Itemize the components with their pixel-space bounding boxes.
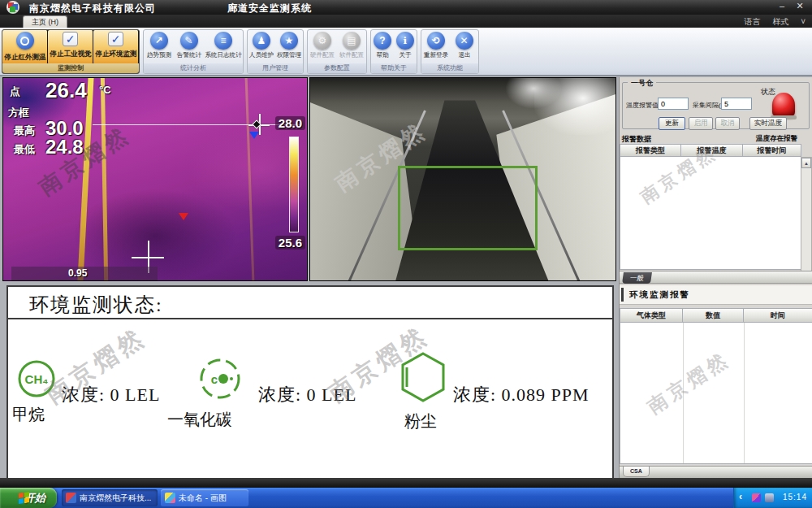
app-window: 南京熠然电子科技有限公司 廊道安全监测系统 – ✕ 主页 (H) 语言 样式 ˅… [0, 0, 812, 508]
minimize-button[interactable]: – [775, 1, 789, 13]
monitor-icon: ▤ [343, 32, 361, 50]
panel-tab-strip: 一般 [620, 271, 812, 284]
thermal-color-scale [289, 137, 299, 232]
alarm-table: 报警类型 报警温度 报警时间 [620, 144, 812, 270]
emissivity-value: 0.95 [68, 267, 87, 279]
start-button[interactable]: 开始 [0, 488, 57, 508]
tab-csa[interactable]: CSA [623, 467, 650, 477]
menu-language[interactable]: 语言 [745, 17, 761, 26]
stop-industrial-vision-button[interactable]: ✓ 停止工业视觉 [48, 30, 93, 64]
gas-table-header-type[interactable]: 气体类型 [620, 308, 683, 323]
min-label: 最低 [14, 142, 35, 157]
checkbox-checked-icon: ✓ [108, 32, 123, 46]
alarm-stats-button[interactable]: ✎ 告警统计 [174, 30, 204, 64]
group-label: 系统功能 [421, 63, 478, 73]
personnel-button[interactable]: ♟ 人员维护 [248, 30, 275, 64]
taskbar-task-monitor-app[interactable]: 南京熠然电子科技... [62, 489, 158, 506]
pencil-icon: ✎ [180, 32, 198, 50]
alarm-lamp-icon [772, 93, 795, 117]
status-label: 状态 [761, 87, 775, 98]
ribbon-group-user-mgmt: ♟ 人员维护 ★ 权限管理 用户管理 [247, 29, 304, 74]
log-icon: ≡ [214, 32, 232, 50]
env-alarm-table: 气体类型 数值 时间 [620, 308, 812, 464]
relogin-button[interactable]: ⟲ 重新登录 [421, 30, 450, 64]
tab-general[interactable]: 一般 [622, 272, 652, 284]
gas-table-header-time[interactable]: 时间 [744, 308, 812, 323]
close-button[interactable]: ✕ [793, 1, 807, 13]
scroll-up-icon[interactable]: ▲ [801, 158, 811, 168]
tray-icon-1[interactable] [752, 493, 761, 502]
alarm-table-header-temp[interactable]: 报警温度 [681, 144, 743, 157]
stop-env-monitor-button[interactable]: ✓ 停止环境监测 [93, 30, 139, 64]
tray-chevron-icon[interactable]: ‹ [739, 491, 742, 502]
gas-reading: 浓度: 0 LEL [62, 383, 160, 407]
group-label: 统计分析 [144, 63, 243, 73]
windows-logo-icon [19, 492, 29, 504]
about-button[interactable]: ℹ 关于 [394, 30, 417, 64]
alarm-table-scrollbar[interactable]: ▲ ▼ [801, 157, 812, 283]
enable-button[interactable]: 启用 [689, 117, 713, 130]
app-icon [6, 1, 19, 14]
warehouse-groupbox: 一号仓 状态 温度报警值(°C): 采集间隔(分): 更新 启用 取消 实时温度 [622, 82, 810, 129]
temp-alarm-input[interactable] [658, 98, 689, 110]
stop-infrared-button[interactable]: 停止红外测温 [2, 30, 48, 64]
window-subtitle: 廊道安全监测系统 [227, 2, 312, 15]
thermal-hot-streak [101, 77, 109, 281]
thermal-camera-feed: 点 26.4 °C 方框 最高 30.0 最低 24.8 28.0 25.6 0… [2, 77, 308, 281]
group-label: 帮助关于 [371, 63, 417, 73]
ribbon-group-statistics: ↗ 趋势预测 ✎ 告警统计 ≡ 系统日志统计 统计分析 [143, 29, 244, 74]
scale-max-value: 28.0 [275, 116, 305, 130]
gas-reading: 浓度: 0.089 PPM [453, 383, 590, 407]
alarm-table-body [620, 157, 801, 270]
env-status-title: 环境监测状态: [8, 287, 612, 319]
app-task-icon [66, 493, 76, 503]
tab-home[interactable]: 主页 (H) [23, 15, 67, 28]
gear-icon: ⚙ [313, 32, 331, 50]
software-config-button[interactable]: ▤ 软件配置 [337, 30, 366, 64]
tray-clock: 15:14 [783, 493, 807, 501]
menu-bar: 主页 (H) 语言 样式 ˅ [0, 15, 812, 28]
chevron-down-icon[interactable]: ˅ [801, 17, 806, 26]
svg-text:CH₄: CH₄ [25, 372, 49, 386]
ribbon-group-monitor-control: 停止红外测温 ✓ 停止工业视觉 ✓ 停止环境监测 监测控制 [2, 29, 140, 74]
env-status-section: 环境监测状态: CH₄ 甲烷 浓度: 0 LEL c 一氧化碳 浓度: 0 LE… [6, 285, 614, 483]
thermal-hot-streak [77, 77, 94, 281]
title-bar: 南京熠然电子科技有限公司 廊道安全监测系统 – ✕ [0, 0, 812, 15]
hardware-config-button[interactable]: ⚙ 硬件配置 [308, 30, 337, 64]
lamp-glow [505, 77, 562, 109]
system-log-stats-button[interactable]: ≡ 系统日志统计 [204, 30, 243, 64]
ribbon-group-parameters: ⚙ 硬件配置 ▤ 软件配置 参数配置 [307, 29, 367, 74]
realtime-temp-button[interactable]: 实时温度 [749, 117, 787, 130]
menu-style[interactable]: 样式 [772, 17, 788, 26]
bottom-tab-strip: CSA [620, 466, 812, 478]
paint-task-icon [165, 493, 175, 503]
thermal-hot-streak [244, 77, 254, 281]
trend-predict-button[interactable]: ↗ 趋势预测 [144, 30, 174, 64]
tray-icon-2[interactable] [765, 493, 774, 502]
exit-x-icon: ✕ [456, 32, 473, 50]
accent-bar [621, 288, 624, 302]
gas-table-header-value[interactable]: 数值 [683, 308, 744, 323]
ribbon-toolbar: 停止红外测温 ✓ 停止工业视觉 ✓ 停止环境监测 监测控制 ↗ 趋势预测 [0, 28, 812, 76]
help-button[interactable]: ? 帮助 [371, 30, 394, 64]
question-icon: ? [374, 32, 391, 50]
marker-triangle-blue [249, 132, 259, 139]
interval-input[interactable] [721, 98, 752, 110]
cancel-button[interactable]: 取消 [715, 117, 740, 130]
update-button[interactable]: 更新 [659, 117, 685, 130]
carbon-monoxide-icon: c [198, 357, 242, 401]
key-icon: ★ [280, 32, 298, 50]
methane-ch4-icon: CH₄ [16, 358, 57, 399]
taskbar: 开始 南京熠然电子科技... 未命名 - 画图 ‹ 15:14 [0, 488, 812, 508]
lamp-status-text: 温度存在报警 [756, 134, 797, 144]
taskbar-task-paint[interactable]: 未命名 - 画图 [161, 489, 248, 506]
svg-text:c: c [211, 372, 218, 386]
env-alarm-title: 环境监测报警 [629, 289, 690, 301]
people-icon: ♟ [253, 32, 270, 50]
dust-hexagon-icon [400, 350, 447, 404]
exit-button[interactable]: ✕ 退出 [450, 30, 478, 64]
alarm-table-header-type[interactable]: 报警类型 [620, 144, 681, 157]
gas-name: 一氧化碳 [167, 409, 232, 431]
permission-button[interactable]: ★ 权限管理 [275, 30, 303, 64]
alarm-table-header-time[interactable]: 报警时间 [743, 144, 801, 157]
